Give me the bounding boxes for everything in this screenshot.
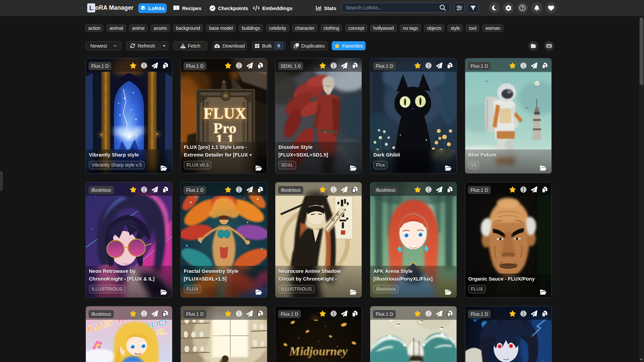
svg-text:XL: XL (155, 326, 167, 337)
svg-text:meets: meets (310, 360, 328, 362)
svg-text:Midjourney: Midjourney (289, 345, 347, 358)
